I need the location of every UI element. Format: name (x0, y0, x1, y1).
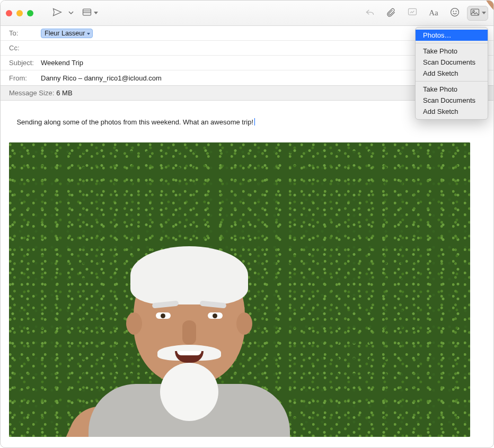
inline-photo-attachment[interactable] (9, 142, 470, 437)
menu-item-scan-documents-iphone[interactable]: Scan Documents (416, 57, 488, 68)
attach-button[interactable] (382, 6, 400, 21)
svg-point-3 (453, 11, 454, 12)
paper-plane-icon (52, 7, 63, 19)
message-size-value: 6 MB (56, 89, 72, 97)
reply-button[interactable] (361, 6, 379, 21)
insert-photo-menu: Photos… Danny’s iPhone Take Photo Scan D… (415, 27, 488, 120)
menu-item-scan-documents-ipad[interactable]: Scan Documents (416, 95, 488, 106)
photo-subject (73, 236, 301, 437)
from-value: Danny Rico – danny_rico1@icloud.com (41, 74, 162, 82)
window-controls (6, 10, 33, 16)
send-button[interactable] (48, 6, 66, 21)
recipient-chip[interactable]: Fleur Lasseur (41, 29, 93, 38)
menu-item-take-photo-iphone[interactable]: Take Photo (416, 46, 488, 57)
subject-label: Subject: (9, 59, 39, 67)
insert-photo-button[interactable] (467, 6, 488, 21)
menu-item-take-photo-ipad[interactable]: Take Photo (416, 84, 488, 95)
paperclip-icon (386, 7, 396, 19)
zoom-window-button[interactable] (27, 10, 33, 16)
close-window-button[interactable] (6, 10, 12, 16)
minimize-window-button[interactable] (16, 10, 23, 16)
chevron-down-icon (68, 9, 74, 17)
markup-button[interactable] (403, 6, 421, 21)
to-label: To: (9, 29, 39, 37)
menu-separator (416, 81, 488, 82)
send-options-chevron[interactable] (66, 6, 76, 21)
text-cursor (254, 118, 255, 126)
message-body[interactable]: Sending along some of the photos from th… (1, 101, 493, 445)
menu-item-add-sketch-ipad[interactable]: Add Sketch (416, 106, 488, 117)
cc-label: Cc: (9, 44, 39, 52)
markup-icon (407, 7, 418, 19)
svg-point-4 (456, 11, 456, 12)
format-button[interactable]: Aa (425, 6, 443, 21)
emoji-icon (449, 7, 460, 19)
photo-icon (470, 7, 480, 19)
body-text-span: Sending along some of the photos from th… (16, 118, 253, 126)
format-text-icon: Aa (429, 8, 438, 17)
svg-point-2 (451, 8, 459, 16)
body-text[interactable]: Sending along some of the photos from th… (9, 108, 485, 137)
emoji-button[interactable] (446, 6, 464, 21)
menu-item-add-sketch-iphone[interactable]: Add Sketch (416, 68, 488, 79)
svg-rect-1 (409, 8, 417, 15)
menu-separator (416, 43, 488, 43)
message-size-label: Message Size: (9, 89, 54, 97)
from-label: From: (9, 74, 39, 82)
header-fields-button[interactable] (79, 6, 100, 21)
subject-value[interactable]: Weekend Trip (41, 59, 83, 67)
svg-rect-0 (83, 9, 91, 15)
toolbar: Aa (1, 1, 493, 26)
reply-arrow-icon (365, 7, 375, 19)
list-icon (82, 7, 92, 19)
menu-item-photos[interactable]: Photos… (416, 30, 488, 41)
